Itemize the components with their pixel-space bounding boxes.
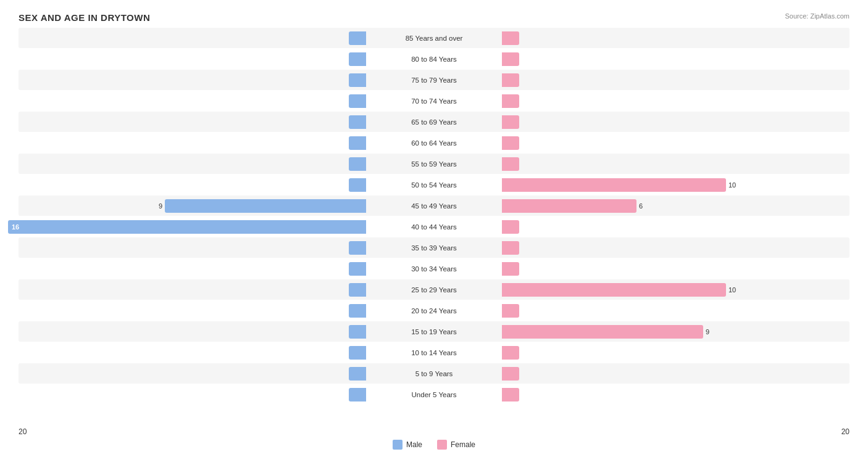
left-section xyxy=(19,300,366,321)
right-section xyxy=(502,70,849,90)
male-bar xyxy=(349,325,366,339)
female-value: 10 xyxy=(728,286,736,294)
chart-row: 9 45 to 49 Years 6 xyxy=(19,196,849,216)
female-bar xyxy=(502,241,519,255)
label-cell: 80 to 84 Years xyxy=(366,49,502,69)
chart-row: 5 to 9 Years xyxy=(19,363,849,384)
row-label: 65 to 69 Years xyxy=(411,118,457,126)
right-section xyxy=(502,363,849,384)
x-axis: 20 20 xyxy=(19,427,849,436)
left-section xyxy=(19,237,366,258)
chart-row: 20 to 24 Years xyxy=(19,300,849,321)
label-cell: 75 to 79 Years xyxy=(366,70,502,90)
female-bar xyxy=(502,94,519,108)
row-label: 60 to 64 Years xyxy=(411,139,457,147)
male-bar xyxy=(349,73,366,87)
male-bar xyxy=(349,241,366,255)
female-bar xyxy=(502,178,726,192)
right-section xyxy=(502,342,849,363)
male-bar xyxy=(349,388,366,401)
male-bar xyxy=(349,31,366,45)
label-cell: 5 to 9 Years xyxy=(366,363,502,384)
label-cell: 60 to 64 Years xyxy=(366,133,502,153)
female-bar xyxy=(502,73,519,87)
female-bar xyxy=(502,367,519,381)
label-cell: 40 to 44 Years xyxy=(366,216,502,237)
female-bar xyxy=(502,388,519,401)
male-inside-value: 16 xyxy=(8,223,23,231)
female-bar xyxy=(502,304,519,318)
row-label: 40 to 44 Years xyxy=(411,223,457,231)
female-bar xyxy=(502,157,519,171)
chart-row: Under 5 Years xyxy=(19,384,849,405)
left-section xyxy=(19,49,366,69)
right-section xyxy=(502,216,849,237)
row-label: Under 5 Years xyxy=(412,391,457,398)
female-value: 10 xyxy=(728,181,736,189)
left-section xyxy=(19,384,366,405)
chart-container: SEX AND AGE IN DRYTOWN Source: ZipAtlas.… xyxy=(0,0,868,457)
female-bar xyxy=(502,262,519,276)
female-bar xyxy=(502,346,519,360)
left-section xyxy=(19,342,366,363)
row-label: 35 to 39 Years xyxy=(411,244,457,252)
left-section xyxy=(19,279,366,300)
chart-title: SEX AND AGE IN DRYTOWN xyxy=(19,12,849,23)
left-section xyxy=(19,258,366,279)
row-label: 10 to 14 Years xyxy=(411,349,457,356)
label-cell: 25 to 29 Years xyxy=(366,279,502,300)
chart-area: 85 Years and over 80 to 84 Years xyxy=(19,28,849,422)
left-section xyxy=(19,363,366,384)
female-bar xyxy=(502,199,636,213)
left-section xyxy=(19,154,366,174)
right-section xyxy=(502,133,849,153)
right-section xyxy=(502,112,849,132)
left-section xyxy=(19,112,366,132)
label-cell: 85 Years and over xyxy=(366,28,502,48)
male-bar xyxy=(349,346,366,360)
row-label: 25 to 29 Years xyxy=(411,286,457,294)
right-section xyxy=(502,258,849,279)
chart-row: 15 to 19 Years 9 xyxy=(19,321,849,342)
female-bar xyxy=(502,220,519,234)
label-cell: 45 to 49 Years xyxy=(366,196,502,216)
left-section xyxy=(19,28,366,48)
right-section: 9 xyxy=(502,321,849,342)
row-label: 85 Years and over xyxy=(406,35,463,42)
label-cell: 65 to 69 Years xyxy=(366,112,502,132)
chart-row: 60 to 64 Years xyxy=(19,133,849,153)
row-label: 30 to 34 Years xyxy=(411,265,457,273)
right-section xyxy=(502,28,849,48)
right-section xyxy=(502,91,849,111)
female-bar xyxy=(502,325,703,339)
male-bar xyxy=(349,94,366,108)
left-section xyxy=(19,91,366,111)
left-section xyxy=(19,175,366,195)
chart-row: 16 40 to 44 Years xyxy=(19,216,849,237)
female-bar xyxy=(502,52,519,66)
female-value: 6 xyxy=(639,202,643,210)
chart-row: 85 Years and over xyxy=(19,28,849,48)
left-section xyxy=(19,321,366,342)
chart-row: 10 to 14 Years xyxy=(19,342,849,363)
male-legend-box xyxy=(393,440,403,450)
row-label: 80 to 84 Years xyxy=(411,56,457,63)
x-axis-left-label: 20 xyxy=(19,427,27,436)
label-cell: 20 to 24 Years xyxy=(366,300,502,321)
label-cell: 30 to 34 Years xyxy=(366,258,502,279)
female-bar xyxy=(502,115,519,129)
row-label: 5 to 9 Years xyxy=(415,370,453,377)
chart-row: 75 to 79 Years xyxy=(19,70,849,90)
male-bar xyxy=(349,136,366,150)
male-value: 9 xyxy=(159,202,162,210)
female-bar xyxy=(502,283,726,297)
chart-row: 55 to 59 Years xyxy=(19,154,849,174)
chart-row: 80 to 84 Years xyxy=(19,49,849,69)
male-bar xyxy=(349,115,366,129)
female-value: 9 xyxy=(706,328,709,336)
label-cell: 70 to 74 Years xyxy=(366,91,502,111)
label-cell: 50 to 54 Years xyxy=(366,175,502,195)
right-section xyxy=(502,154,849,174)
legend-male: Male xyxy=(393,440,422,450)
male-bar xyxy=(349,52,366,66)
